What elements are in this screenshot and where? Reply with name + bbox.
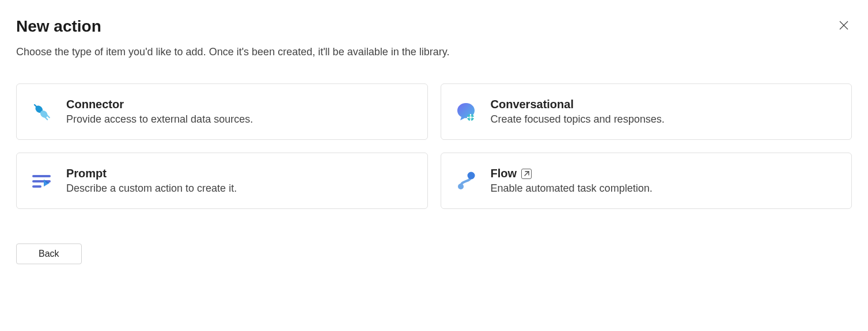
card-desc: Create focused topics and responses. — [491, 113, 665, 125]
svg-line-5 — [47, 115, 50, 117]
svg-line-6 — [45, 117, 47, 120]
card-flow[interactable]: Flow Enable automated task completion. — [441, 153, 852, 209]
card-title: Connector — [66, 98, 124, 111]
card-prompt[interactable]: Prompt Describe a custom action to creat… — [16, 153, 428, 209]
card-title: Prompt — [66, 167, 107, 180]
card-desc: Describe a custom action to create it. — [66, 182, 237, 195]
prompt-icon — [29, 169, 54, 193]
card-connector[interactable]: Connector Provide access to external dat… — [16, 83, 428, 140]
action-type-grid: Connector Provide access to external dat… — [16, 83, 852, 209]
svg-line-3 — [35, 105, 37, 107]
close-button[interactable] — [836, 17, 852, 35]
card-title: Flow — [491, 167, 517, 180]
card-conversational[interactable]: Conversational Create focused topics and… — [441, 83, 852, 140]
svg-rect-10 — [469, 119, 471, 121]
svg-line-18 — [525, 172, 529, 176]
card-desc: Enable automated task completion. — [491, 182, 653, 195]
page-title: New action — [16, 17, 101, 36]
page-subtitle: Choose the type of item you'd like to ad… — [16, 46, 852, 58]
svg-rect-9 — [469, 114, 471, 116]
card-desc: Provide access to external data sources. — [66, 113, 253, 125]
svg-point-17 — [458, 184, 464, 189]
connector-icon — [29, 100, 54, 124]
external-link-icon — [521, 169, 532, 179]
conversational-icon — [454, 100, 478, 124]
back-button[interactable]: Back — [16, 244, 82, 264]
svg-rect-11 — [467, 117, 468, 118]
svg-point-16 — [467, 172, 475, 180]
svg-rect-12 — [472, 117, 474, 118]
close-icon — [838, 20, 850, 33]
svg-point-8 — [469, 116, 471, 119]
flow-icon — [454, 169, 478, 193]
card-title: Conversational — [491, 98, 574, 111]
